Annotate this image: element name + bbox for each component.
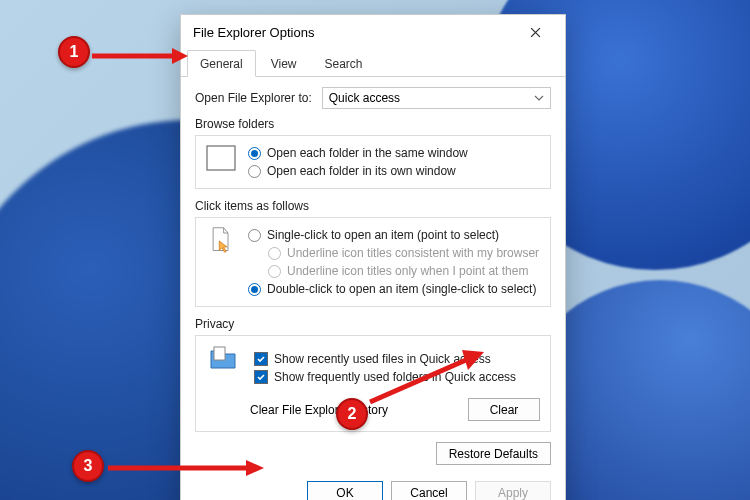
privacy-label: Privacy	[195, 317, 551, 331]
window-icon	[204, 144, 238, 174]
click-items-label: Click items as follows	[195, 199, 551, 213]
radio-single-click[interactable]: Single-click to open an item (point to s…	[248, 226, 542, 244]
open-explorer-label: Open File Explorer to:	[195, 91, 312, 105]
annotation-arrow-1	[92, 48, 188, 66]
browse-folders-group: Browse folders Open each folder in the s…	[195, 117, 551, 189]
radio-label: Open each folder in its own window	[267, 164, 456, 178]
annotation-arrow-3	[108, 460, 264, 478]
radio-icon	[268, 247, 281, 260]
radio-double-click[interactable]: Double-click to open an item (single-cli…	[248, 280, 542, 298]
tab-search[interactable]: Search	[312, 50, 376, 77]
chevron-down-icon	[534, 95, 544, 101]
radio-icon	[248, 229, 261, 242]
svg-marker-5	[462, 350, 484, 370]
svg-rect-1	[214, 347, 225, 360]
radio-underline-browser: Underline icon titles consistent with my…	[268, 244, 542, 262]
radio-label: Underline icon titles consistent with my…	[287, 246, 539, 260]
general-panel: Open File Explorer to: Quick access Brow…	[181, 77, 565, 471]
radio-icon	[268, 265, 281, 278]
open-explorer-value: Quick access	[329, 91, 400, 105]
svg-marker-3	[172, 48, 188, 64]
browse-folders-label: Browse folders	[195, 117, 551, 131]
radio-same-window[interactable]: Open each folder in the same window	[248, 144, 542, 162]
annotation-marker-3: 3	[72, 450, 104, 482]
click-file-icon	[204, 226, 238, 256]
radio-label: Open each folder in the same window	[267, 146, 468, 160]
svg-marker-7	[246, 460, 264, 476]
annotation-marker-1: 1	[58, 36, 90, 68]
radio-icon	[248, 165, 261, 178]
tab-strip: General View Search	[181, 49, 565, 77]
radio-label: Single-click to open an item (point to s…	[267, 228, 499, 242]
tab-view[interactable]: View	[258, 50, 310, 77]
dialog-title: File Explorer Options	[193, 25, 513, 40]
annotation-marker-2: 2	[336, 398, 368, 430]
annotation-arrow-2	[366, 348, 486, 406]
apply-button: Apply	[475, 481, 551, 500]
tab-general[interactable]: General	[187, 50, 256, 77]
ok-button[interactable]: OK	[307, 481, 383, 500]
privacy-folder-icon	[206, 344, 240, 374]
radio-label: Double-click to open an item (single-cli…	[267, 282, 536, 296]
radio-icon	[248, 147, 261, 160]
open-explorer-combo[interactable]: Quick access	[322, 87, 551, 109]
restore-defaults-button[interactable]: Restore Defaults	[436, 442, 551, 465]
svg-line-4	[370, 360, 466, 402]
close-button[interactable]	[513, 17, 557, 47]
check-icon	[254, 370, 268, 384]
open-explorer-row: Open File Explorer to: Quick access	[195, 87, 551, 109]
radio-icon	[248, 283, 261, 296]
click-items-group: Click items as follows Single-click to o…	[195, 199, 551, 307]
svg-rect-0	[207, 146, 235, 170]
file-explorer-options-dialog: File Explorer Options General View Searc…	[180, 14, 566, 500]
titlebar: File Explorer Options	[181, 15, 565, 49]
close-icon	[530, 27, 541, 38]
radio-own-window[interactable]: Open each folder in its own window	[248, 162, 542, 180]
cancel-button[interactable]: Cancel	[391, 481, 467, 500]
radio-underline-point: Underline icon titles only when I point …	[268, 262, 542, 280]
radio-label: Underline icon titles only when I point …	[287, 264, 528, 278]
check-icon	[254, 352, 268, 366]
